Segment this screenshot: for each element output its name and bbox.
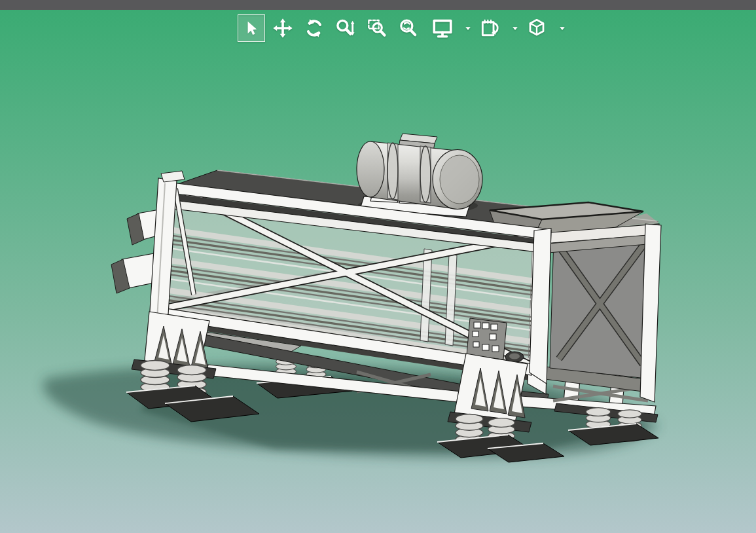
magnifier-area-icon [367, 17, 387, 39]
motor-end-cap [357, 141, 384, 197]
pan-arrows-icon [272, 17, 293, 39]
view-orientation-dropdown[interactable] [557, 16, 567, 41]
display-options-button[interactable] [431, 16, 454, 41]
3d-viewport[interactable] [0, 10, 756, 533]
zoom-tool-button[interactable] [334, 16, 357, 41]
chevron-down-icon [511, 24, 519, 32]
vibration-motor[interactable] [357, 134, 482, 217]
magnifier-fit-icon [398, 17, 419, 39]
chevron-down-icon [558, 24, 566, 32]
zoom-fit-tool-button[interactable] [397, 16, 420, 41]
cursor-icon [243, 19, 260, 37]
view-toolbar [238, 13, 573, 43]
magnifier-updown-icon [335, 17, 356, 39]
select-tool-button[interactable] [238, 14, 265, 42]
markup-tool-button[interactable] [478, 16, 501, 41]
rotate-arrows-icon [304, 17, 325, 39]
model-canvas[interactable] [0, 0, 756, 533]
view-orientation-button[interactable] [526, 16, 548, 41]
display-options-dropdown[interactable] [463, 16, 473, 41]
notepad-arrow-icon [479, 17, 500, 39]
app-window [0, 0, 756, 533]
cube-icon [526, 17, 547, 39]
monitor-icon [431, 17, 454, 39]
chevron-down-icon [464, 24, 472, 32]
rotate-tool-button[interactable] [303, 16, 325, 41]
pan-tool-button[interactable] [272, 16, 294, 41]
markup-dropdown[interactable] [510, 16, 520, 41]
zoom-area-tool-button[interactable] [366, 16, 388, 41]
